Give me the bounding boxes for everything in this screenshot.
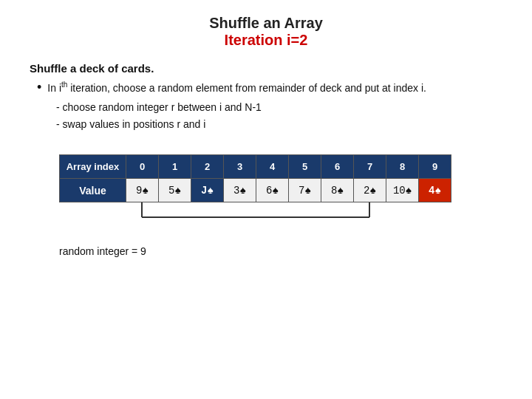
array-table: Array index 0 1 2 3 4 5 6 7 8 9 Value 9♠… <box>59 154 451 202</box>
header-6: 6 <box>321 155 354 179</box>
bracket-svg <box>126 202 495 223</box>
header-1: 1 <box>159 155 191 179</box>
value-5: 7♠ <box>289 179 321 202</box>
header-9: 9 <box>419 155 451 179</box>
value-row: Value 9♠ 5♠ J♠ 3♠ 6♠ 7♠ 8♠ 2♠ 10♠ 4♠ <box>60 179 451 202</box>
bullet-text: In ith iteration, choose a random elemen… <box>47 79 426 96</box>
header-4: 4 <box>256 155 289 179</box>
header-5: 5 <box>289 155 321 179</box>
array-section: Array index 0 1 2 3 4 5 6 7 8 9 Value 9♠… <box>59 154 502 223</box>
random-int-label: random integer = 9 <box>59 245 502 257</box>
value-0: 9♠ <box>126 179 159 202</box>
array-index-label: Array index <box>60 155 126 179</box>
value-3: 3♠ <box>224 179 256 202</box>
sup-th: th <box>61 81 67 89</box>
title-block: Shuffle an Array Iteration i=2 <box>30 15 502 49</box>
title-line2: Iteration i=2 <box>30 32 502 49</box>
header-row: Array index 0 1 2 3 4 5 6 7 8 9 <box>60 155 451 179</box>
sub-bullet-2: swap values in positions r and i <box>56 116 502 132</box>
value-label: Value <box>60 179 126 202</box>
header-7: 7 <box>354 155 386 179</box>
value-7: 2♠ <box>354 179 386 202</box>
value-2: J♠ <box>191 179 224 202</box>
bullet-dot: • <box>37 79 41 96</box>
section-header: Shuffle a deck of cards. <box>30 62 502 75</box>
header-0: 0 <box>126 155 159 179</box>
bullet-block: • In ith iteration, choose a random elem… <box>37 79 502 132</box>
header-2: 2 <box>191 155 224 179</box>
value-9: 4♠ <box>419 179 451 202</box>
header-8: 8 <box>386 155 419 179</box>
value-1: 5♠ <box>159 179 191 202</box>
sub-bullet-1: choose random integer r between i and N-… <box>56 99 502 115</box>
value-4: 6♠ <box>256 179 289 202</box>
sub-bullets: choose random integer r between i and N-… <box>56 99 502 132</box>
page: Shuffle an Array Iteration i=2 Shuffle a… <box>0 0 532 399</box>
bullet-main: • In ith iteration, choose a random elem… <box>37 79 502 96</box>
value-8: 10♠ <box>386 179 419 202</box>
header-3: 3 <box>224 155 256 179</box>
value-6: 8♠ <box>321 179 354 202</box>
title-line1: Shuffle an Array <box>30 15 502 32</box>
